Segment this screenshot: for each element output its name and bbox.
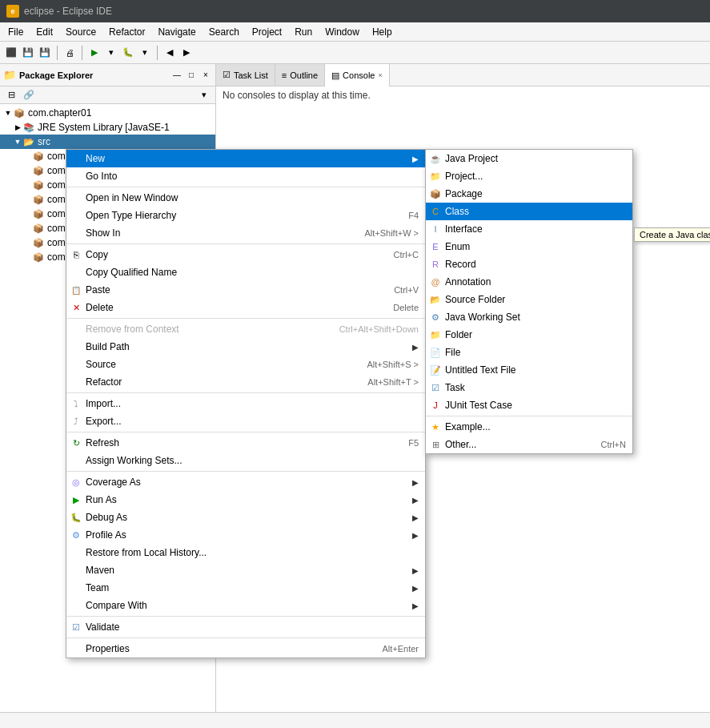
submenu-class[interactable]: C Class: [426, 203, 632, 220]
tree-item-jre[interactable]: ▶ 📚 JRE System Library [JavaSE-1: [0, 120, 215, 135]
tab-outline[interactable]: ≡ Outline: [275, 64, 325, 86]
toolbar-run-btn[interactable]: ▶: [86, 45, 102, 61]
ctx-paste[interactable]: 📋 Paste Ctrl+V: [66, 281, 425, 299]
ctx-label-remove-context: Remove from Context: [86, 324, 179, 335]
ctx-open-type-hierarchy[interactable]: Open Type Hierarchy F4: [66, 207, 425, 224]
submenu-java-working-set[interactable]: ⚙ Java Working Set: [426, 308, 632, 326]
ctx-copy[interactable]: ⎘ Copy Ctrl+C: [66, 246, 425, 263]
ctx-new[interactable]: New ▶: [66, 150, 425, 167]
submenu-enum[interactable]: E Enum: [426, 238, 632, 255]
toolbar-save-btn[interactable]: 💾: [20, 45, 36, 61]
menu-file[interactable]: File: [2, 22, 30, 41]
panel-menu-btn[interactable]: ▾: [196, 87, 212, 103]
submenu-package[interactable]: 📦 Package: [426, 185, 632, 203]
panel-maximize-btn[interactable]: □: [185, 69, 198, 82]
ctx-sep-4: [66, 392, 425, 393]
toolbar-new-btn[interactable]: ⬛: [3, 45, 19, 61]
ctx-run-as[interactable]: ▶ Run As ▶: [66, 491, 425, 509]
export-icon: ⤴: [70, 415, 82, 428]
submenu-task[interactable]: ☑ Task: [426, 379, 632, 396]
ctx-delete[interactable]: ✕ Delete Delete: [66, 299, 425, 316]
ctx-team[interactable]: Team ▶: [66, 579, 425, 597]
submenu-example[interactable]: ★ Example...: [426, 418, 632, 436]
menu-source[interactable]: Source: [59, 22, 102, 41]
import-icon: ⤵: [70, 397, 82, 410]
submenu-interface[interactable]: I Interface: [426, 220, 632, 238]
submenu-new: ☕ Java Project 📁 Project... 📦 Package C …: [425, 149, 633, 454]
project-icon: 📁: [429, 170, 442, 183]
ctx-sep-6: [66, 471, 425, 472]
menu-project[interactable]: Project: [246, 22, 288, 41]
ctx-open-new-window[interactable]: Open in New Window: [66, 189, 425, 207]
annotation-icon: @: [429, 276, 442, 288]
submenu-java-project[interactable]: ☕ Java Project: [426, 150, 632, 167]
submenu-label-project: Project...: [445, 171, 483, 182]
title-bar: e eclipse - Eclipse IDE: [0, 0, 710, 22]
submenu-label-junit-test-case: JUnit Test Case: [445, 400, 512, 411]
submenu-source-folder[interactable]: 📂 Source Folder: [426, 291, 632, 308]
toolbar-next-btn[interactable]: ▶: [179, 45, 195, 61]
ctx-properties[interactable]: Properties Alt+Enter: [66, 640, 425, 658]
toolbar-prev-btn[interactable]: ◀: [162, 45, 178, 61]
submenu-file[interactable]: 📄 File: [426, 344, 632, 361]
ctx-restore-local[interactable]: Restore from Local History...: [66, 544, 425, 561]
link-with-editor-btn[interactable]: 🔗: [21, 87, 37, 103]
submenu-project[interactable]: 📁 Project...: [426, 167, 632, 185]
ctx-coverage-as[interactable]: ◎ Coverage As ▶: [66, 473, 425, 491]
ctx-go-into[interactable]: Go Into: [66, 167, 425, 185]
ctx-label-show-in: Show In: [86, 227, 120, 239]
ctx-copy-qualified[interactable]: Copy Qualified Name: [66, 263, 425, 281]
submenu-label-file: File: [445, 347, 460, 358]
submenu-other[interactable]: ⊞ Other... Ctrl+N: [426, 436, 632, 453]
ctx-refactor[interactable]: Refactor Alt+Shift+T >: [66, 373, 425, 391]
ctx-shortcut-properties: Alt+Enter: [366, 644, 419, 654]
menu-run[interactable]: Run: [288, 22, 319, 41]
tab-task-list[interactable]: ☑ Task List: [216, 64, 275, 86]
panel-close-btn[interactable]: ×: [199, 69, 212, 82]
ctx-export[interactable]: ⤴ Export...: [66, 412, 425, 430]
ctx-maven[interactable]: Maven ▶: [66, 561, 425, 579]
ctx-build-path[interactable]: Build Path ▶: [66, 338, 425, 356]
toolbar-print-btn[interactable]: 🖨: [62, 45, 78, 61]
ctx-remove-context[interactable]: Remove from Context Ctrl+Alt+Shift+Down: [66, 320, 425, 338]
ctx-label-team: Team: [86, 582, 109, 593]
menu-help[interactable]: Help: [366, 22, 399, 41]
package-explorer-title: Package Explorer: [19, 70, 93, 80]
submenu-annotation[interactable]: @ Annotation: [426, 273, 632, 291]
ctx-refresh[interactable]: ↻ Refresh F5: [66, 434, 425, 452]
ctx-sep-8: [66, 638, 425, 638]
tab-console[interactable]: ▤ Console ×: [325, 64, 390, 86]
panel-minimize-btn[interactable]: —: [170, 69, 183, 82]
toolbar-debug-btn[interactable]: 🐛: [120, 45, 136, 61]
ctx-debug-as[interactable]: 🐛 Debug As ▶: [66, 509, 425, 526]
java-working-set-icon: ⚙: [429, 311, 442, 324]
ctx-compare-with[interactable]: Compare With ▶: [66, 597, 425, 614]
interface-icon: I: [429, 223, 442, 235]
tree-item-src[interactable]: ▼ 📂 src: [0, 135, 215, 149]
ctx-import[interactable]: ⤵ Import...: [66, 395, 425, 412]
submenu-untitled-text-file[interactable]: 📝 Untitled Text File: [426, 361, 632, 379]
ctx-validate[interactable]: ☑ Validate: [66, 618, 425, 636]
submenu-folder[interactable]: 📁 Folder: [426, 326, 632, 344]
ctx-assign-working-sets[interactable]: Assign Working Sets...: [66, 452, 425, 469]
tab-console-close[interactable]: ×: [378, 71, 382, 79]
package-explorer-icon: 📁: [3, 69, 16, 81]
ctx-show-in[interactable]: Show In Alt+Shift+W >: [66, 224, 425, 242]
menu-edit[interactable]: Edit: [30, 22, 59, 41]
toolbar-save-all-btn[interactable]: 💾: [37, 45, 53, 61]
menu-navigate[interactable]: Navigate: [151, 22, 202, 41]
copy-icon: ⎘: [70, 248, 82, 261]
ctx-profile-as[interactable]: ⚙ Profile As ▶: [66, 526, 425, 544]
toolbar-run-dropdown[interactable]: ▾: [103, 45, 119, 61]
collapse-all-btn[interactable]: ⊟: [3, 87, 19, 103]
ctx-source[interactable]: Source Alt+Shift+S >: [66, 356, 425, 373]
ctx-compare-arrow: ▶: [412, 601, 419, 610]
submenu-record[interactable]: R Record: [426, 255, 632, 273]
menu-refactor[interactable]: Refactor: [102, 22, 151, 41]
menu-window[interactable]: Window: [319, 22, 366, 41]
menu-search[interactable]: Search: [203, 22, 246, 41]
submenu-junit-test-case[interactable]: J JUnit Test Case: [426, 396, 632, 414]
tree-item-project[interactable]: ▼ 📦 com.chapter01: [0, 106, 215, 120]
toolbar-debug-dropdown[interactable]: ▾: [137, 45, 153, 61]
ctx-label-delete: Delete: [86, 302, 114, 313]
